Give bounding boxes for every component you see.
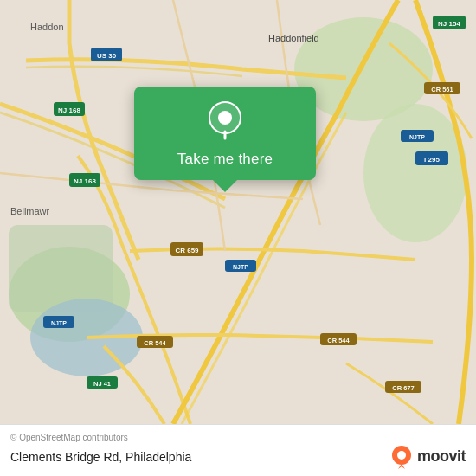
svg-text:NJ 154: NJ 154 — [438, 20, 460, 28]
popup-card: Take me there — [134, 87, 316, 180]
svg-point-2 — [363, 104, 467, 242]
moovit-brand-text: moovit — [417, 447, 466, 466]
location-pin-icon — [204, 100, 246, 142]
svg-text:Haddon: Haddon — [30, 22, 64, 32]
svg-text:CR 677: CR 677 — [392, 384, 414, 392]
svg-text:CR 544: CR 544 — [327, 337, 350, 344]
svg-text:NJ 168: NJ 168 — [74, 177, 96, 185]
location-text: Clements Bridge Rd, Philadelphia — [10, 450, 191, 464]
svg-text:CR 544: CR 544 — [144, 339, 166, 347]
map-container: US 30 NJ 168 NJ 168 CR 659 NJTP NJTP I 2… — [0, 0, 476, 424]
svg-text:US 30: US 30 — [97, 52, 117, 60]
svg-point-38 — [218, 111, 232, 125]
svg-text:NJ 168: NJ 168 — [58, 106, 80, 114]
svg-text:I 295: I 295 — [424, 156, 440, 164]
svg-text:NJ 41: NJ 41 — [93, 380, 111, 388]
moovit-logo: moovit — [389, 445, 466, 469]
svg-text:NJTP: NJTP — [409, 134, 425, 140]
svg-text:NJTP: NJTP — [233, 264, 248, 270]
svg-rect-4 — [9, 225, 113, 312]
bottom-bar: © OpenStreetMap contributors Clements Br… — [0, 424, 476, 476]
map-svg: US 30 NJ 168 NJ 168 CR 659 NJTP NJTP I 2… — [0, 0, 476, 424]
take-me-there-button[interactable]: Take me there — [177, 151, 273, 168]
map-attribution: © OpenStreetMap contributors — [10, 433, 466, 442]
svg-point-40 — [397, 451, 406, 460]
svg-text:Haddonfield: Haddonfield — [268, 33, 319, 43]
svg-text:NJTP: NJTP — [51, 320, 67, 326]
svg-text:Bellmawr: Bellmawr — [10, 206, 50, 216]
svg-text:CR 561: CR 561 — [431, 86, 453, 93]
moovit-pin-icon — [389, 445, 414, 469]
svg-text:CR 659: CR 659 — [175, 247, 199, 254]
